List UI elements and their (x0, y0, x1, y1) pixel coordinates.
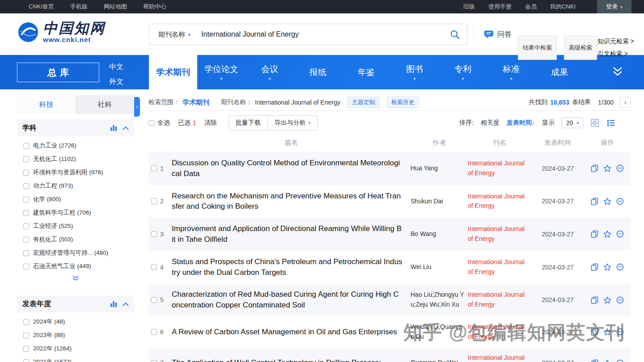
select-all-checkbox[interactable] (148, 120, 154, 126)
checkbox[interactable] (23, 319, 29, 325)
checkbox[interactable] (23, 237, 29, 243)
checkbox[interactable] (23, 210, 29, 216)
read-online-button[interactable] (591, 263, 598, 271)
sidebar-collapse-button[interactable]: ‹ (134, 97, 140, 117)
filter-item[interactable]: 化学 (800) (17, 193, 134, 206)
row-checkbox[interactable] (151, 360, 157, 362)
read-online-button[interactable] (591, 230, 598, 238)
article-authors[interactable]: Weidan Li;Quanyan Du (411, 322, 468, 341)
search-history-button[interactable]: 检索历史 (387, 97, 419, 108)
read-online-button[interactable] (591, 328, 598, 336)
article-title-link[interactable]: Discussion on Quality Control Method of … (172, 159, 400, 178)
search-field-select[interactable]: 期刊名称 ▾ (149, 30, 198, 39)
filter-item[interactable]: 建筑科学与工程 (706) (17, 206, 134, 219)
row-checkbox[interactable] (151, 297, 157, 303)
journal-link[interactable]: International Journal of Energy (468, 354, 525, 362)
filter-item[interactable]: 动力工程 (973) (17, 179, 134, 193)
checkbox[interactable] (23, 197, 29, 202)
journal-link[interactable]: International Journal of Energy (468, 225, 525, 242)
topbar-link[interactable]: 网站地图 (104, 3, 127, 11)
favorite-button[interactable] (603, 164, 611, 172)
read-online-button[interactable] (591, 359, 598, 362)
favorite-button[interactable] (603, 328, 611, 336)
cite-button[interactable] (616, 263, 624, 271)
filter-item[interactable]: 2023年 (88) (17, 328, 134, 342)
cnki-logo[interactable]: 中国知网 www.cnki.net (18, 21, 106, 44)
list-view-button[interactable] (606, 118, 615, 127)
topbar-link[interactable]: 帮助中心 (143, 3, 166, 11)
journal-link[interactable]: International Journal of Energy (468, 160, 525, 177)
filter-item[interactable]: 2024年 (48) (17, 315, 134, 328)
zongku-button[interactable]: 总库 (17, 63, 99, 82)
favorite-button[interactable] (603, 359, 611, 362)
journal-link[interactable]: International Journal of Energy (468, 193, 525, 210)
article-title-link[interactable]: Status and Prospects of China's Petroleu… (172, 257, 402, 277)
article-authors[interactable]: Hao Liu;Zhongyu Yu;Zeju Wu;Xin Xu (411, 290, 468, 309)
cite-button[interactable] (616, 296, 624, 304)
nav-tab[interactable]: 图书▾ (390, 55, 439, 89)
header-link[interactable]: 知识元检索 > (597, 38, 634, 46)
row-checkbox[interactable] (151, 329, 157, 335)
filter-item[interactable]: 环境科学与资源利用 (976) (17, 166, 134, 179)
read-online-button[interactable] (591, 198, 598, 205)
row-checkbox[interactable] (151, 165, 157, 171)
topbar-link[interactable]: CNKI首页 (29, 3, 54, 11)
histogram-icon[interactable] (110, 125, 117, 131)
row-checkbox[interactable] (151, 198, 157, 204)
topbar-link[interactable]: 会员 (525, 3, 537, 11)
topbar-link[interactable]: 使用手册 (488, 3, 512, 11)
checkbox[interactable] (23, 250, 29, 256)
sidebar-tab-social[interactable]: 社科 (76, 95, 134, 114)
nav-tab[interactable]: 学术期刊 (149, 55, 197, 89)
checkbox[interactable] (23, 156, 29, 162)
filter-item[interactable]: 无机化工 (1102) (17, 152, 134, 166)
article-authors[interactable]: Bo Wang (411, 229, 468, 239)
nav-tab[interactable]: 专利▾ (439, 55, 487, 89)
article-title-link[interactable]: The Application of Well Control Technolo… (172, 358, 381, 362)
row-checkbox[interactable] (151, 264, 157, 270)
nav-tab[interactable]: 报纸 (294, 55, 342, 89)
advanced-search-button[interactable]: 高级检索 (564, 36, 597, 60)
next-page-button[interactable]: › (620, 97, 631, 108)
chevron-up-icon[interactable] (123, 302, 129, 306)
read-online-button[interactable] (591, 296, 598, 304)
grid-view-button[interactable] (590, 118, 599, 127)
article-authors[interactable]: Shukun Dai (411, 197, 468, 206)
search-input[interactable] (198, 24, 443, 45)
checkbox[interactable] (23, 264, 29, 269)
select-all-label[interactable]: 全选 (157, 119, 170, 127)
topbar-link[interactable]: 旧版 (463, 3, 475, 11)
sort-relevance-button[interactable]: 相关度 (481, 119, 500, 127)
article-authors[interactable]: Wei Liu (411, 262, 468, 272)
filter-item[interactable]: 2022年 (1264) (17, 342, 134, 355)
topbar-link[interactable]: 手机版 (70, 3, 88, 11)
filter-item[interactable]: 2021年 (1672) (17, 355, 134, 362)
clear-selection-button[interactable]: 清除 (204, 119, 217, 127)
topic-subscribe-button[interactable]: 主题定制 (347, 97, 380, 108)
batch-download-button[interactable]: 批量下载 (229, 116, 267, 130)
nav-more-button[interactable] (611, 66, 624, 79)
article-title-link[interactable]: Research on the Mechanism and Preventive… (172, 192, 401, 211)
nav-tab[interactable]: 会议▾ (246, 55, 294, 89)
cite-button[interactable] (616, 359, 624, 362)
histogram-icon[interactable] (110, 301, 117, 307)
favorite-button[interactable] (603, 296, 611, 304)
lang-chinese[interactable]: 中文 (109, 63, 123, 72)
topbar-link[interactable]: 我的CNKI (550, 3, 576, 11)
checkbox[interactable] (23, 223, 29, 229)
checkbox[interactable] (23, 170, 29, 176)
favorite-button[interactable] (603, 263, 611, 271)
filter-item[interactable]: 石油天然气工业 (449) (17, 260, 134, 273)
sort-time-button[interactable]: 发表时间↓ (507, 119, 535, 127)
filter-item[interactable]: 宏观经济管理与可持... (480) (17, 246, 134, 260)
filter-item[interactable]: 有机化工 (503) (17, 233, 134, 246)
nav-tab[interactable]: 成果 (535, 55, 584, 89)
lang-foreign[interactable]: 外文 (109, 77, 123, 87)
article-authors[interactable]: Quanyan Du;Wei (411, 358, 468, 362)
journal-link[interactable]: International Journal of Energy (468, 291, 525, 308)
login-button[interactable]: 登录 ▾ (597, 0, 631, 13)
filter-item[interactable]: 电力工业 (2726) (17, 139, 134, 152)
row-checkbox[interactable] (151, 231, 157, 237)
checkbox[interactable] (23, 346, 29, 352)
checkbox[interactable] (23, 143, 29, 149)
